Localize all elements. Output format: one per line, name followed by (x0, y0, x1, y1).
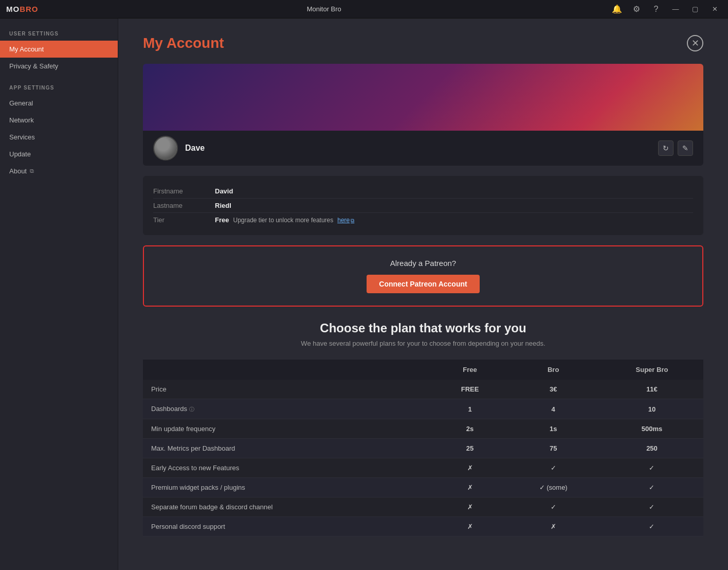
row-forum-label: Separate forum badge & discord channel (143, 497, 434, 517)
row-dashboards-free: 1 (434, 399, 506, 419)
sidebar-item-my-account[interactable]: My Account (0, 41, 118, 58)
sidebar-item-update[interactable]: Update (0, 146, 118, 163)
row-forum-bro: ✓ (506, 497, 600, 517)
col-free: Free (434, 360, 506, 380)
settings-icon[interactable]: ⚙ (629, 2, 644, 16)
row-dashboards-bro: 4 (506, 399, 600, 419)
table-row: Separate forum badge & discord channel ✗… (143, 497, 703, 517)
row-premium-free: ✗ (434, 478, 506, 497)
profile-username: Dave (185, 144, 205, 153)
titlebar: MOBRO Monitor Bro 🔔 ⚙ ? — ▢ ✕ (0, 0, 728, 19)
row-update-superbro: 500ms (600, 419, 703, 439)
row-dashboards-superbro: 10 (600, 399, 703, 419)
tier-badge: Free (215, 216, 229, 224)
table-row: Max. Metrics per Dashboard 25 75 250 (143, 439, 703, 458)
sidebar-item-network-label: Network (9, 116, 34, 124)
tier-upgrade-text: Upgrade tier to unlock more features (233, 217, 333, 224)
plan-section: Choose the plan that works for you We ha… (143, 321, 703, 347)
external-link-icon: ⧉ (30, 168, 34, 174)
row-forum-free: ✗ (434, 497, 506, 517)
avatar-image (154, 137, 177, 159)
tier-upgrade-link[interactable]: here (337, 217, 354, 224)
refresh-button[interactable]: ↻ (658, 140, 674, 156)
app-settings-section: APP SETTINGS General Network Services Up… (0, 85, 118, 180)
profile-actions: ↻ ✎ (658, 140, 693, 156)
row-dashboards-label: Dashboards ⓘ (143, 399, 434, 419)
user-settings-section: USER SETTINGS My Account Privacy & Safet… (0, 31, 118, 75)
row-update-label: Min update frequency (143, 419, 434, 439)
sidebar-item-my-account-label: My Account (9, 45, 44, 53)
sidebar-item-privacy-safety[interactable]: Privacy & Safety (0, 58, 118, 75)
row-update-free: 2s (434, 419, 506, 439)
sidebar-item-services-label: Services (9, 133, 35, 141)
row-early-access-bro: ✓ (506, 458, 600, 478)
close-button[interactable]: ✕ (707, 2, 722, 16)
table-row: Min update frequency 2s 1s 500ms (143, 419, 703, 439)
close-page-button[interactable]: ✕ (687, 35, 703, 51)
pricing-table: Free Bro Super Bro Price FREE 3€ 11€ Das… (143, 360, 703, 537)
sidebar-item-about[interactable]: About ⧉ (0, 163, 118, 180)
row-price-bro: 3€ (506, 380, 600, 399)
profile-banner (143, 64, 703, 131)
firstname-label: Firstname (153, 187, 215, 195)
row-metrics-bro: 75 (506, 439, 600, 458)
row-discord-superbro: ✓ (600, 517, 703, 537)
edit-button[interactable]: ✎ (678, 140, 693, 156)
user-settings-label: USER SETTINGS (0, 31, 118, 37)
row-discord-label: Personal discord support (143, 517, 434, 537)
notification-icon[interactable]: 🔔 (610, 2, 624, 16)
row-discord-bro: ✗ (506, 517, 600, 537)
table-row: Premium widget packs / plugins ✗ ✓ (some… (143, 478, 703, 497)
row-metrics-free: 25 (434, 439, 506, 458)
logo-bro: BRO (20, 5, 38, 13)
lastname-value: Riedl (215, 202, 231, 209)
patreon-box: Already a Patreon? Connect Patreon Accou… (143, 245, 703, 307)
sidebar-item-services[interactable]: Services (0, 129, 118, 146)
col-bro: Bro (506, 360, 600, 380)
firstname-row: Firstname David (153, 184, 693, 199)
sidebar-item-privacy-safety-label: Privacy & Safety (9, 62, 58, 70)
help-icon[interactable]: ? (649, 2, 663, 16)
col-feature (143, 360, 434, 380)
sidebar-item-network[interactable]: Network (0, 112, 118, 129)
row-price-superbro: 11€ (600, 380, 703, 399)
avatar (153, 136, 178, 161)
lastname-label: Lastname (153, 202, 215, 209)
table-row: Early Access to new Features ✗ ✓ ✓ (143, 458, 703, 478)
table-row: Dashboards ⓘ 1 4 10 (143, 399, 703, 419)
sidebar-item-update-label: Update (9, 150, 31, 158)
connect-patreon-button[interactable]: Connect Patreon Account (367, 275, 479, 293)
sidebar-item-general-label: General (9, 99, 33, 107)
tier-row: Tier Free Upgrade tier to unlock more fe… (153, 213, 693, 227)
logo-mo: MO (6, 5, 20, 13)
sidebar: USER SETTINGS My Account Privacy & Safet… (0, 19, 118, 570)
minimize-button[interactable]: — (668, 2, 683, 16)
profile-card: Dave ↻ ✎ (143, 131, 703, 166)
app-logo: MOBRO (6, 5, 39, 13)
tier-label: Tier (153, 216, 215, 224)
lastname-row: Lastname Riedl (153, 199, 693, 213)
app-settings-label: APP SETTINGS (0, 85, 118, 91)
row-metrics-label: Max. Metrics per Dashboard (143, 439, 434, 458)
row-price-label: Price (143, 380, 434, 399)
sidebar-item-general[interactable]: General (0, 95, 118, 112)
main-content: My Account ✕ Dave ↻ ✎ Firstname David (118, 19, 728, 570)
row-premium-superbro: ✓ (600, 478, 703, 497)
sidebar-item-about-label: About (9, 167, 27, 175)
row-premium-label: Premium widget packs / plugins (143, 478, 434, 497)
page-title: My Account (143, 35, 224, 51)
app-body: USER SETTINGS My Account Privacy & Safet… (0, 19, 728, 570)
maximize-button[interactable]: ▢ (688, 2, 702, 16)
row-update-bro: 1s (506, 419, 600, 439)
page-header: My Account ✕ (143, 35, 703, 51)
profile-left: Dave (153, 136, 205, 161)
window-controls: 🔔 ⚙ ? — ▢ ✕ (610, 2, 722, 16)
table-row: Price FREE 3€ 11€ (143, 380, 703, 399)
row-early-access-label: Early Access to new Features (143, 458, 434, 478)
window-title: Monitor Bro (307, 5, 341, 13)
row-early-access-superbro: ✓ (600, 458, 703, 478)
row-discord-free: ✗ (434, 517, 506, 537)
col-superbro: Super Bro (600, 360, 703, 380)
row-price-free: FREE (434, 380, 506, 399)
user-info: Firstname David Lastname Riedl Tier Free… (143, 176, 703, 235)
